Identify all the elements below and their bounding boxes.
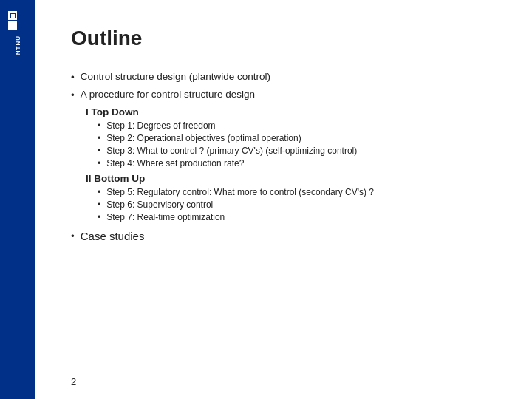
list-item: • Step 2: Operational objectives (optima… [98,133,497,143]
bullet-dot-2: • [71,89,75,100]
section-bottom-up: II Bottom Up [86,173,497,184]
bullet-dot-1: • [71,72,75,83]
list-item: • Step 5: Regulatory control: What more … [98,187,497,197]
bottom-up-items: • Step 5: Regulatory control: What more … [98,187,497,222]
ntnu-text-label: NTNU [15,35,21,55]
bullet-case-studies: • Case studies [71,230,497,242]
bullet-text-1: Control structure design (plantwide cont… [81,71,270,82]
section-top-down: I Top Down [86,106,497,117]
slide-title: Outline [71,27,497,50]
sub-dot: • [98,133,100,143]
list-item: • Step 4: Where set production rate? [98,158,497,168]
sub-text: Step 6: Supervisory control [106,200,213,210]
bullet-control-structure: • Control structure design (plantwide co… [71,71,497,83]
bullet-procedure: • A procedure for control structure desi… [71,89,497,100]
ntnu-logo [6,9,30,33]
main-content: Outline • Control structure design (plan… [35,0,532,399]
page-number: 2 [71,376,76,387]
sub-dot: • [98,146,100,156]
bullet-text-2: A procedure for control structure design [81,89,255,100]
content-area: • Control structure design (plantwide co… [71,71,497,381]
sub-text: Step 2: Operational objectives (optimal … [106,133,301,143]
list-item: • Step 7: Real-time optimization [98,212,497,222]
sub-dot: • [98,200,100,210]
sub-dot: • [98,212,100,222]
list-item: • Step 6: Supervisory control [98,200,497,210]
sub-dot: • [98,187,100,197]
top-down-items: • Step 1: Degrees of freedom • Step 2: O… [98,120,497,168]
sub-text: Step 4: Where set production rate? [106,158,244,168]
sub-dot: • [98,120,100,131]
sub-text: Step 7: Real-time optimization [106,212,225,222]
bullet-text-3: Case studies [81,230,145,242]
list-item: • Step 3: What to control ? (primary CV'… [98,146,497,156]
sub-dot: • [98,158,100,168]
bullet-dot-3: • [71,231,75,242]
sub-text: Step 3: What to control ? (primary CV's)… [106,146,357,156]
sidebar: NTNU [0,0,35,399]
list-item: • Step 1: Degrees of freedom [98,120,497,131]
sub-text: Step 5: Regulatory control: What more to… [106,187,374,197]
sub-text: Step 1: Degrees of freedom [106,120,215,131]
